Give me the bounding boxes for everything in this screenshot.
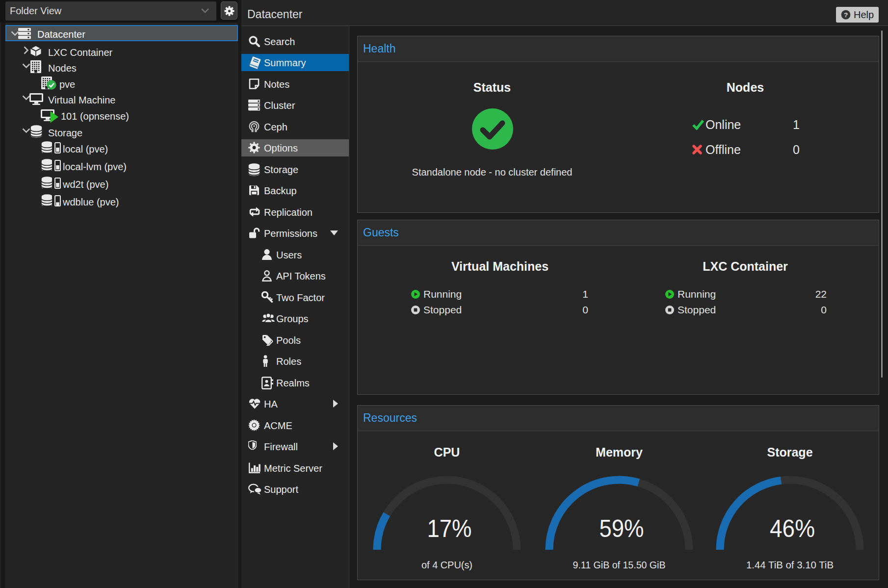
svg-text:of 4 CPU(s): of 4 CPU(s) [421,559,472,570]
svg-text:17%: 17% [427,515,472,542]
svg-text:46%: 46% [770,515,815,542]
svg-text:59%: 59% [600,515,644,542]
svg-text:?: ? [844,11,848,19]
svg-text:1.44 TiB of 3.10 TiB: 1.44 TiB of 3.10 TiB [746,559,834,570]
svg-text:9.11 GiB of 15.50 GiB: 9.11 GiB of 15.50 GiB [573,559,666,570]
